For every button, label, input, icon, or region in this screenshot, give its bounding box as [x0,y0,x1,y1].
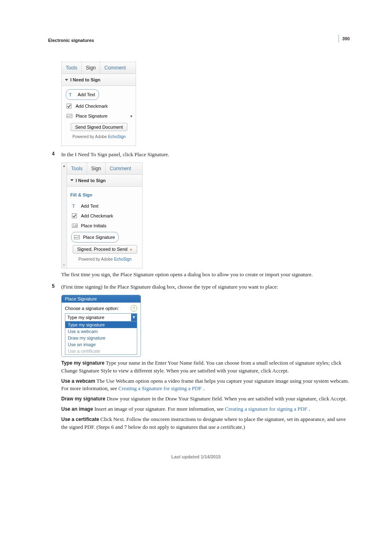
place-initials-label: Place Initials [81,223,106,228]
sign-panel-2: ▲ ≡ Tools Sign Comment I Need to Sign Fi… [61,162,143,268]
body-paragraph: Draw my signature Draw your signature in… [61,395,351,403]
place-signature-label: Place Signature [83,235,115,240]
option-draw-signature[interactable]: Draw my signature [65,335,137,341]
body-paragraph: The first time you sign, the Place Signa… [61,271,351,279]
option-type-signature[interactable]: Type my signature [65,321,137,328]
fill-sign-subhead[interactable]: Fill & Sign [69,189,141,201]
powered-by-text: Powered by Adobe EchoSign [69,255,141,264]
text-icon: T [72,203,78,209]
body-paragraph: Type my signature Type your name in the … [61,359,351,375]
creating-signature-link[interactable]: Creating a Signature for signing a PDF [118,385,203,391]
place-initials-button[interactable]: LN Place Initials [69,221,141,230]
dialog-title: Place Signature [62,295,141,303]
sign-panel-1: Tools Sign Comment I Need to Sign T Add … [61,62,136,146]
svg-rect-2 [72,213,77,218]
svg-text:LN: LN [73,224,77,227]
body-paragraph: Use an image Insert an image of your sig… [61,405,351,413]
place-signature-button[interactable]: Place Signature [71,232,119,243]
add-text-button[interactable]: T Add Text [69,201,141,210]
chevron-down-icon [70,179,74,181]
echosign-link[interactable]: EchoSign [114,257,131,261]
checkmark-icon [72,213,78,218]
add-checkmark-label: Add Checkmark [76,104,108,109]
place-signature-button[interactable]: Place Signature ▾ [64,111,134,120]
arrow-right-icon: ▸ [130,247,133,252]
page-number: 390 [339,35,350,43]
section-head-label: I Need to Sign [70,77,100,82]
tab-sign[interactable]: Sign [82,62,100,74]
tab-sign[interactable]: Sign [87,163,106,174]
add-checkmark-button[interactable]: Add Checkmark [64,102,134,111]
tab-tools[interactable]: Tools [67,163,87,174]
panel-tabs: Tools Sign Comment [62,62,136,74]
section-head-need-sign[interactable]: I Need to Sign [67,175,142,187]
signature-icon [67,114,73,118]
svg-rect-0 [67,104,71,109]
text-icon: T [69,91,75,98]
run-in-head: Type my signature [61,360,104,366]
section-head-label: I Need to Sign [76,178,106,183]
panel-tabs: Tools Sign Comment [67,163,142,175]
add-checkmark-button[interactable]: Add Checkmark [69,211,141,220]
powered-by-text: Powered by Adobe EchoSign [64,133,134,141]
combo-value: Type my signature [65,314,131,321]
run-in-head: Use an image [61,406,93,412]
place-signature-label: Place Signature [76,113,108,118]
option-use-certificate[interactable]: Use a certificate [65,348,137,354]
creating-signature-link[interactable]: Creating a signature for signing a PDF [225,406,309,412]
add-text-button[interactable]: T Add Text [66,89,99,100]
body-paragraph: Use a webcam The Use Webcam option opens… [61,377,351,393]
run-in-head: Draw my signature [61,396,105,402]
help-icon[interactable]: ? [131,305,137,312]
add-text-label: Add Text [78,92,95,97]
tab-comment[interactable]: Comment [106,163,135,174]
option-use-webcam[interactable]: Use a webcam [65,328,137,335]
tab-comment[interactable]: Comment [100,62,130,74]
step-text: In the I Need To Sign panel, click Place… [61,151,343,158]
side-scroll-strip[interactable]: ▲ ≡ [62,163,67,268]
section-heading: Electronic signatures [48,38,343,43]
add-checkmark-label: Add Checkmark [81,213,113,218]
signature-option-combo[interactable]: Type my signature ▾ [65,313,137,321]
signature-icon [74,235,81,239]
dialog-label: Choose a signature option: [65,306,119,311]
option-use-image[interactable]: Use an image [65,341,137,348]
send-signed-button[interactable]: Send Signed Document [71,123,127,131]
step-text: (First time signing) In the Place Signat… [61,283,343,291]
body-paragraph: Use a certificate Click Next. Follow the… [61,416,351,431]
proceed-send-button[interactable]: Signed. Proceed to Send ▸ [73,245,137,254]
chevron-down-icon [65,79,68,81]
combo-dropdown: Type my signature Use a webcam Draw my s… [65,321,137,355]
add-text-label: Add Text [81,204,99,208]
tab-tools[interactable]: Tools [62,62,82,74]
scroll-up-icon[interactable]: ▲ [62,163,67,168]
chevron-down-icon[interactable]: ▾ [131,314,137,321]
section-head-need-sign[interactable]: I Need to Sign [62,74,136,86]
run-in-head: Use a webcam [61,378,95,384]
echosign-link[interactable]: EchoSign [108,134,126,139]
place-signature-dialog: Place Signature Choose a signature optio… [61,295,141,357]
step-number: 4 [48,151,55,158]
checkmark-icon [67,104,73,109]
step-number: 5 [48,283,55,291]
chevron-down-icon[interactable]: ▾ [130,114,132,118]
initials-icon: LN [72,224,78,228]
grip-icon[interactable]: ≡ [62,264,67,268]
run-in-head: Use a certificate [61,416,99,422]
footer-updated: Last updated 1/14/2015 [0,454,392,459]
